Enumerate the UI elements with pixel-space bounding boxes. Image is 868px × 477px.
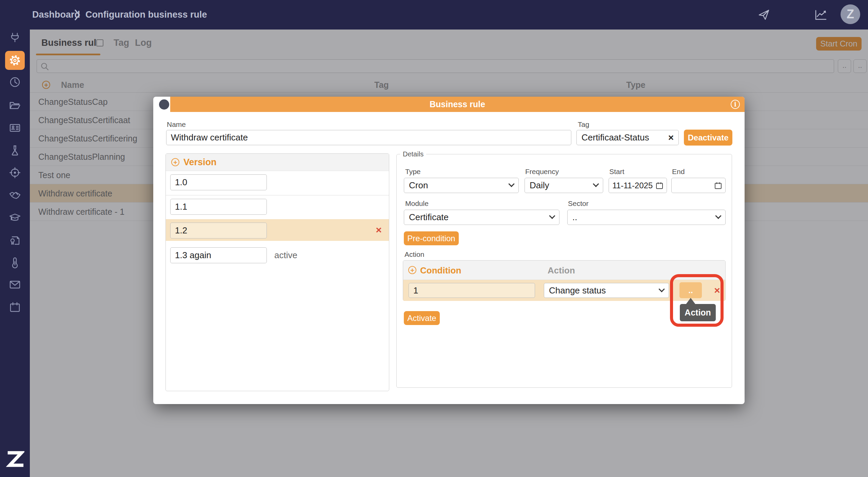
avatar-initial: Z bbox=[847, 7, 854, 21]
tag-input[interactable]: Certificaat-Status × bbox=[576, 130, 679, 145]
app-window: Dashboard Configuration business rule Z … bbox=[0, 0, 868, 477]
start-label: Start bbox=[609, 168, 624, 176]
remove-version-icon[interactable]: × bbox=[372, 219, 386, 241]
details-fieldset: Details Type Cron Frequency Daily Start … bbox=[396, 150, 732, 388]
divider bbox=[166, 195, 389, 195]
module-label: Module bbox=[405, 199, 429, 208]
version-header-label: Version bbox=[183, 157, 217, 168]
tag-value: Certificaat-Status bbox=[581, 132, 649, 143]
handshake-icon[interactable] bbox=[9, 189, 21, 201]
activate-button[interactable]: Activate bbox=[404, 311, 440, 325]
version-input-1-2[interactable] bbox=[170, 223, 267, 238]
name-label: Name bbox=[167, 120, 186, 129]
version-panel-header: + Version bbox=[166, 154, 389, 171]
certificate-icon[interactable] bbox=[9, 234, 21, 246]
sector-select[interactable]: .. bbox=[567, 210, 726, 225]
folder-icon[interactable] bbox=[9, 99, 21, 111]
sidebar bbox=[0, 0, 30, 477]
action-header: Action bbox=[548, 265, 575, 276]
clear-tag-icon[interactable]: × bbox=[668, 132, 674, 143]
type-label: Type bbox=[405, 168, 421, 176]
condition-header: Condition bbox=[420, 265, 461, 276]
sector-value: .. bbox=[572, 212, 577, 223]
end-label: End bbox=[672, 168, 685, 176]
module-select[interactable]: Certificate bbox=[404, 210, 559, 225]
type-value: Cron bbox=[409, 180, 428, 191]
precondition-button[interactable]: Pre-condition bbox=[404, 231, 459, 245]
gear-icon bbox=[8, 54, 21, 67]
version-input-1-3[interactable] bbox=[170, 247, 267, 263]
tag-label: Tag bbox=[578, 120, 589, 129]
info-icon[interactable]: i bbox=[731, 100, 740, 109]
version-input-1-0[interactable] bbox=[170, 174, 267, 190]
frequency-label: Frequency bbox=[525, 168, 559, 176]
send-icon[interactable] bbox=[757, 8, 770, 21]
details-legend: Details bbox=[400, 150, 426, 158]
business-rule-modal: Business rule i Name Tag Certificaat-Sta… bbox=[153, 97, 745, 404]
chevron-down-icon bbox=[715, 213, 721, 219]
sector-label: Sector bbox=[568, 199, 589, 208]
mail-icon[interactable] bbox=[9, 279, 21, 291]
type-select[interactable]: Cron bbox=[404, 178, 519, 193]
flask-icon[interactable] bbox=[9, 144, 21, 156]
modal-title: Business rule bbox=[430, 99, 485, 109]
plug-icon[interactable] bbox=[9, 31, 21, 43]
graduation-cap-icon[interactable] bbox=[9, 211, 21, 224]
end-date-input[interactable] bbox=[671, 178, 726, 193]
action-section-label: Action bbox=[405, 250, 424, 259]
target-icon[interactable] bbox=[9, 167, 21, 179]
add-condition-icon[interactable]: + bbox=[408, 266, 416, 274]
calendar-icon[interactable] bbox=[9, 301, 21, 313]
clock-icon[interactable] bbox=[9, 76, 21, 88]
chevron-down-icon bbox=[593, 181, 599, 187]
frequency-value: Daily bbox=[530, 180, 549, 191]
action-select[interactable]: Change status bbox=[544, 283, 669, 298]
chevron-down-icon bbox=[508, 181, 514, 187]
modal-handle-dot bbox=[159, 99, 169, 110]
chevron-right-icon bbox=[74, 9, 81, 21]
calendar-icon bbox=[714, 182, 722, 189]
add-version-icon[interactable]: + bbox=[171, 158, 179, 166]
contact-card-icon[interactable] bbox=[9, 122, 21, 134]
action-select-value: Change status bbox=[549, 285, 606, 296]
chart-icon[interactable] bbox=[814, 8, 827, 21]
start-date-input[interactable]: 11-11-2025 bbox=[609, 178, 667, 193]
brand-logo-z bbox=[5, 449, 24, 469]
chevron-down-icon bbox=[658, 286, 665, 292]
condition-input[interactable] bbox=[409, 283, 535, 298]
version-input-1-1[interactable] bbox=[170, 199, 267, 215]
thermometer-icon[interactable] bbox=[9, 256, 21, 268]
top-bar: Dashboard Configuration business rule Z bbox=[0, 0, 868, 30]
avatar[interactable]: Z bbox=[841, 4, 860, 24]
version-panel: + Version × active bbox=[165, 153, 389, 391]
settings-nav-item-active[interactable] bbox=[5, 51, 25, 70]
selected-version-row[interactable]: × bbox=[166, 219, 389, 241]
module-value: Certificate bbox=[409, 212, 449, 223]
calendar-icon bbox=[656, 182, 663, 189]
active-version-badge: active bbox=[274, 247, 297, 263]
start-date-value: 11-11-2025 bbox=[612, 181, 653, 190]
name-input[interactable] bbox=[166, 130, 571, 145]
breadcrumb-current-page: Configuration business rule bbox=[85, 0, 207, 30]
frequency-select[interactable]: Daily bbox=[525, 178, 603, 193]
annotation-highlight-red bbox=[670, 274, 724, 327]
breadcrumb-dashboard[interactable]: Dashboard bbox=[32, 0, 80, 30]
chevron-down-icon bbox=[549, 213, 555, 219]
deactivate-button[interactable]: Deactivate bbox=[684, 130, 732, 146]
modal-header: Business rule bbox=[170, 97, 745, 112]
